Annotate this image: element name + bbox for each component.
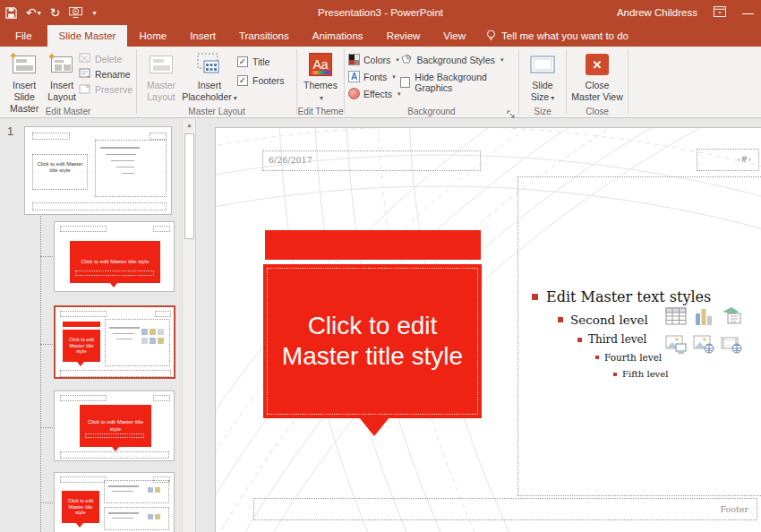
master-number-label: 1 — [7, 124, 13, 138]
thumbnail-connector — [40, 256, 53, 257]
checkbox-unchecked-icon — [400, 77, 410, 88]
chevron-down-icon: ▾ — [396, 56, 399, 64]
edit-master-small-buttons: Delete Rename Preserve — [79, 49, 133, 95]
body-level-5: Fifth level — [613, 369, 668, 379]
chevron-down-icon: ▾ — [392, 73, 396, 81]
master-layout-checkboxes: ✓ Title ✓ Footers — [237, 49, 285, 86]
bullet-icon — [577, 338, 582, 342]
master-layout-button[interactable]: Master Layout — [141, 49, 182, 103]
footer-placeholder[interactable]: Footer — [253, 498, 757, 520]
footers-checkbox[interactable]: ✓ Footers — [237, 75, 285, 86]
ribbon-display-options-icon[interactable] — [714, 4, 726, 21]
signed-in-user[interactable]: Andrew Childress — [617, 7, 697, 18]
theme-variant-buttons: Colors ▾ A Fonts ▾ Effects ▾ — [348, 49, 400, 99]
scrollbar-thumb[interactable] — [184, 133, 194, 239]
checkbox-checked-icon: ✓ — [237, 75, 248, 86]
group-label-size: Size — [519, 107, 566, 116]
background-dialog-launcher[interactable] — [507, 107, 516, 116]
thumbnail-layout-two-content[interactable]: Click to edit Master title style — [54, 472, 175, 532]
lightbulb-icon — [486, 30, 496, 42]
insert-layout-button[interactable]: ✦ Insert Layout — [45, 49, 79, 103]
close-master-view-button[interactable]: ✕ Close Master View — [570, 49, 624, 103]
slide-master-editing-surface[interactable]: 6/26/2017 ‹#› Click to edit Master title… — [215, 127, 761, 532]
slide-size-button[interactable]: Slide Size▾ — [523, 49, 562, 103]
background-styles-button[interactable]: Background Styles ▾ — [400, 54, 515, 65]
insert-slide-master-button[interactable]: ✦ Insert Slide Master — [4, 49, 45, 115]
background-options: Background Styles ▾ Hide Background Grap… — [400, 49, 515, 93]
title-checkbox[interactable]: ✓ Title — [237, 56, 285, 67]
title-callout-tail — [359, 417, 389, 436]
slide-canvas: 6/26/2017 ‹#› Click to edit Master title… — [197, 119, 761, 532]
colors-button[interactable]: Colors ▾ — [348, 54, 400, 65]
fonts-button[interactable]: A Fonts ▾ — [348, 71, 400, 82]
insert-placeholder-icon — [195, 51, 224, 78]
insert-slide-master-icon: ✦ — [10, 51, 38, 78]
body-level-2: Second level — [558, 313, 648, 327]
date-placeholder[interactable]: 6/26/2017 — [262, 150, 481, 171]
tab-animations[interactable]: Animations — [301, 25, 375, 47]
tab-transitions[interactable]: Transitions — [227, 25, 301, 47]
thumbnail-layout-title[interactable]: Click to edit Master title style — [54, 221, 175, 292]
themes-icon: Aa — [306, 51, 335, 78]
body-level-1: Edit Master text styles — [532, 288, 711, 305]
thumbnail-layout-section[interactable]: Click to edit Master title style — [54, 390, 175, 461]
effects-button[interactable]: Effects ▾ — [348, 88, 400, 99]
preserve-icon — [79, 83, 91, 95]
insert-chart-icon[interactable] — [692, 305, 715, 328]
bullet-icon — [595, 356, 599, 359]
thumbnail-slide-master[interactable]: Click to edit Master title style — [24, 126, 172, 215]
insert-table-icon[interactable] — [664, 305, 688, 328]
slide-thumbnail-panel: 1 Click to edit Master title style — [0, 119, 196, 532]
group-label-close: Close — [567, 107, 628, 116]
rename-button[interactable]: Rename — [79, 68, 133, 80]
body-level-4: Fourth level — [595, 352, 662, 363]
minimize-button[interactable]: — — [742, 6, 754, 20]
effects-icon — [348, 88, 360, 99]
insert-placeholder-button[interactable]: Insert Placeholder▾ — [182, 49, 237, 103]
title-placeholder[interactable]: Click to edit Master title style — [263, 264, 482, 418]
body-placeholder[interactable]: Edit Master text styles Second level Thi… — [517, 176, 761, 496]
thumbnail-scrollbar[interactable]: ▲ — [182, 119, 195, 532]
thumbnail-layout-selected[interactable]: Click to edit Master title style — [54, 305, 175, 379]
insert-pictures-icon[interactable] — [664, 332, 688, 356]
body-level-3: Third level — [577, 333, 646, 346]
thumbnail-connector — [40, 344, 53, 345]
preserve-button[interactable]: Preserve — [79, 83, 133, 95]
tab-home[interactable]: Home — [127, 25, 178, 47]
close-master-view-icon: ✕ — [583, 51, 611, 78]
delete-button[interactable]: Delete — [79, 53, 133, 64]
themes-button[interactable]: Aa Themes▾ — [301, 49, 340, 103]
delete-icon — [79, 53, 91, 64]
bullet-icon — [613, 373, 617, 376]
group-edit-theme: Aa Themes▾ Edit Theme — [297, 47, 344, 117]
tab-view[interactable]: View — [432, 25, 477, 47]
powerpoint-window: ↶▾ ↻ ▾ Presentation3 - PowerPoint Andrew… — [0, 0, 761, 532]
background-styles-icon — [400, 54, 413, 65]
tab-slide-master[interactable]: Slide Master — [47, 25, 128, 47]
tab-review[interactable]: Review — [375, 25, 432, 47]
tell-me-box[interactable]: Tell me what you want to do — [477, 25, 637, 47]
hide-background-graphics-checkbox[interactable]: Hide Background Graphics — [400, 72, 515, 93]
scroll-up-icon[interactable]: ▲ — [183, 119, 196, 132]
tab-insert[interactable]: Insert — [178, 25, 227, 47]
content-placeholder-icons — [664, 305, 747, 356]
master-layout-icon — [147, 51, 175, 78]
group-close: ✕ Close Master View Close — [567, 47, 628, 117]
insert-online-pictures-icon[interactable] — [692, 332, 715, 356]
slide-number-placeholder[interactable]: ‹#› — [697, 149, 759, 171]
insert-layout-icon: ✦ — [47, 51, 76, 78]
title-accent-bar[interactable] — [265, 230, 481, 260]
insert-smartart-icon[interactable] — [720, 305, 743, 328]
workspace: 1 Click to edit Master title style — [0, 119, 761, 532]
title-bar: ↶▾ ↻ ▾ Presentation3 - PowerPoint Andrew… — [0, 0, 761, 25]
thumbnail-connector — [40, 427, 53, 428]
insert-video-icon[interactable] — [720, 332, 743, 356]
group-size: Slide Size▾ Size — [519, 47, 566, 117]
tab-file[interactable]: File — [0, 25, 47, 47]
titlebar-right: Andrew Childress — — [617, 0, 754, 25]
colors-icon — [348, 54, 360, 65]
rename-icon — [79, 68, 91, 80]
chevron-down-icon: ▾ — [320, 94, 323, 102]
group-label-background: Background — [345, 107, 518, 116]
bullet-icon — [532, 294, 538, 300]
